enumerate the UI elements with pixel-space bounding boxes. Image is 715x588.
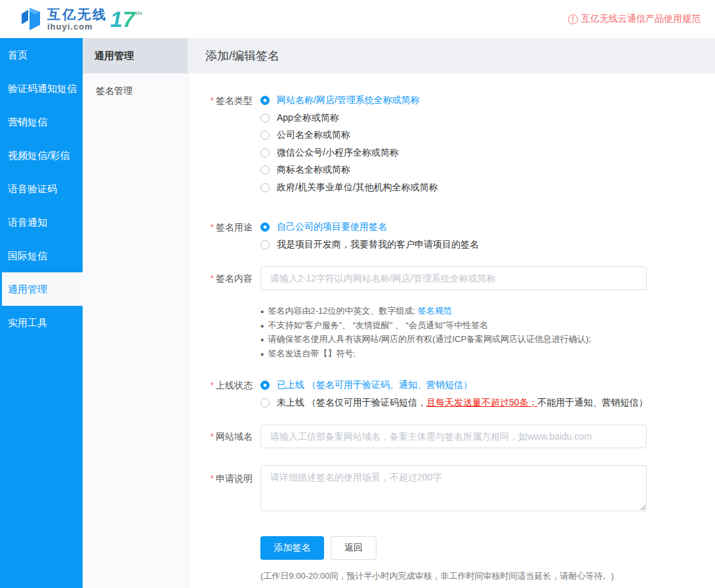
domain-label: *网站域名 — [188, 425, 253, 448]
signature-rules-link[interactable]: 签名规范 — [418, 306, 452, 316]
sidebar-item-tools[interactable]: 实用工具 — [0, 306, 83, 339]
sign-purpose-label: *签名用途 — [188, 219, 253, 236]
usage-policy-label: 互亿无线云通信产品使用规范 — [581, 13, 701, 25]
sign-purpose-options: 自己公司的项目要使用签名 我是项目开发商，我要替我的客户申请项目的签名 — [260, 219, 479, 253]
submenu-title: 通用管理 — [83, 38, 188, 74]
note-line: ●签名发送自带【】符号; — [260, 347, 591, 362]
online-status-option-1[interactable]: 未上线 （签名仅可用于验证码短信，且每天发送量不超过50条；不能用于通知、营销短… — [260, 394, 647, 412]
secondary-sidebar: 通用管理 签名管理 — [83, 38, 188, 588]
page-title: 添加/编辑签名 — [205, 48, 279, 64]
radio-unchecked-icon[interactable] — [260, 240, 270, 249]
sidebar-item-marketing-sms[interactable]: 营销短信 — [0, 105, 83, 138]
radio-unchecked-icon[interactable] — [260, 114, 270, 123]
radio-unchecked-icon[interactable] — [260, 183, 270, 192]
info-circle-icon: ! — [568, 14, 578, 24]
radio-unchecked-icon[interactable] — [260, 398, 270, 408]
daily-limit-warning: 且每天发送量不超过50条； — [426, 397, 538, 408]
brand-name-en: ihuyi.com — [47, 22, 108, 31]
sidebar-item-verification-sms[interactable]: 验证码通知短信 — [0, 72, 83, 105]
online-status-label: *上线状态 — [188, 377, 253, 394]
radio-checked-icon[interactable] — [260, 96, 270, 105]
logo-icon — [20, 6, 42, 32]
sidebar-item-video-sms[interactable]: 视频短信/彩信 — [0, 138, 83, 172]
sign-type-label: *签名类型 — [188, 92, 253, 109]
note-line: ●请确保签名使用人具有该网站/网店的所有权(通过ICP备案网或网店认证信息进行确… — [260, 333, 591, 347]
sign-type-option-0[interactable]: 网站名称/网店/管理系统全称或简称 — [260, 92, 438, 110]
sign-type-option-3[interactable]: 微信公众号/小程序全称或简称 — [260, 144, 438, 162]
anniversary-badge: 17TH — [110, 8, 142, 30]
bullet-icon: ● — [260, 320, 264, 333]
sidebar-item-voice-captcha[interactable]: 语音验证码 — [0, 172, 83, 205]
sign-purpose-option-1[interactable]: 我是项目开发商，我要替我的客户申请项目的签名 — [260, 236, 479, 254]
usage-policy-link[interactable]: ! 互亿无线云通信产品使用规范 — [568, 13, 701, 25]
main-content: 添加/编辑签名 *签名类型 网站名称/网店/管理系统全称或简称 App全称或简称 — [188, 38, 715, 588]
sign-content-label: *签名内容 — [188, 266, 253, 290]
sign-type-option-1[interactable]: App全称或简称 — [260, 110, 438, 127]
radio-checked-icon[interactable] — [260, 381, 270, 390]
sign-type-option-2[interactable]: 公司名全称或简称 — [260, 127, 438, 144]
description-label: *申请说明 — [188, 465, 253, 485]
sidebar-item-general-management[interactable]: 通用管理 — [0, 272, 83, 306]
radio-unchecked-icon[interactable] — [260, 131, 270, 140]
back-button[interactable]: 返回 — [331, 536, 377, 560]
submenu-item-signature-management[interactable]: 签名管理 — [83, 74, 188, 108]
online-status-options: 已上线 （签名可用于验证码、通知、营销短信） 未上线 （签名仅可用于验证码短信，… — [260, 377, 647, 411]
bullet-icon: ● — [260, 333, 264, 347]
add-signature-button[interactable]: 添加签名 — [260, 536, 324, 560]
sign-content-input[interactable] — [260, 266, 647, 290]
radio-checked-icon[interactable] — [260, 222, 270, 232]
note-line: ●不支持如“客户服务”、 “友情提醒” 、 “会员通知”等中性签名 — [260, 319, 591, 333]
radio-unchecked-icon[interactable] — [260, 165, 270, 175]
review-time-note: (工作日9:00-20:00间，预计半小时内完成审核，非工作时间审核时间适当延长… — [260, 570, 614, 582]
description-textarea[interactable] — [260, 465, 647, 511]
note-line: ●签名内容由2-12位的中英文、数字组成; 签名规范 — [260, 304, 591, 319]
signature-form: *签名类型 网站名称/网店/管理系统全称或简称 App全称或简称 公司名全称或简… — [188, 74, 715, 582]
sign-content-notes: ●签名内容由2-12位的中英文、数字组成; 签名规范 ●不支持如“客户服务”、 … — [260, 304, 591, 361]
online-status-option-0[interactable]: 已上线 （签名可用于验证码、通知、营销短信） — [260, 377, 647, 394]
page-header: 添加/编辑签名 — [188, 38, 715, 74]
sidebar-item-international-sms[interactable]: 国际短信 — [0, 239, 83, 272]
bullet-icon: ● — [260, 348, 264, 362]
top-header: 互亿无线 ihuyi.com 17TH ! 互亿无线云通信产品使用规范 — [0, 0, 715, 38]
sidebar-item-home[interactable]: 首页 — [0, 38, 83, 72]
domain-input[interactable] — [260, 425, 647, 448]
sign-type-option-5[interactable]: 政府/机关事业单位/其他机构全称或简称 — [260, 179, 438, 197]
sign-purpose-option-0[interactable]: 自己公司的项目要使用签名 — [260, 219, 479, 236]
sign-type-options: 网站名称/网店/管理系统全称或简称 App全称或简称 公司名全称或简称 微信公众… — [260, 92, 438, 196]
bullet-icon: ● — [260, 305, 264, 319]
logo: 互亿无线 ihuyi.com 17TH — [20, 6, 142, 32]
sign-type-option-4[interactable]: 商标名全称或简称 — [260, 161, 438, 179]
primary-sidebar: 首页 验证码通知短信 营销短信 视频短信/彩信 语音验证码 语音通知 国际短信 … — [0, 38, 83, 588]
sidebar-item-voice-notice[interactable]: 语音通知 — [0, 205, 83, 239]
radio-unchecked-icon[interactable] — [260, 148, 270, 158]
brand-name-cn: 互亿无线 — [47, 8, 108, 21]
